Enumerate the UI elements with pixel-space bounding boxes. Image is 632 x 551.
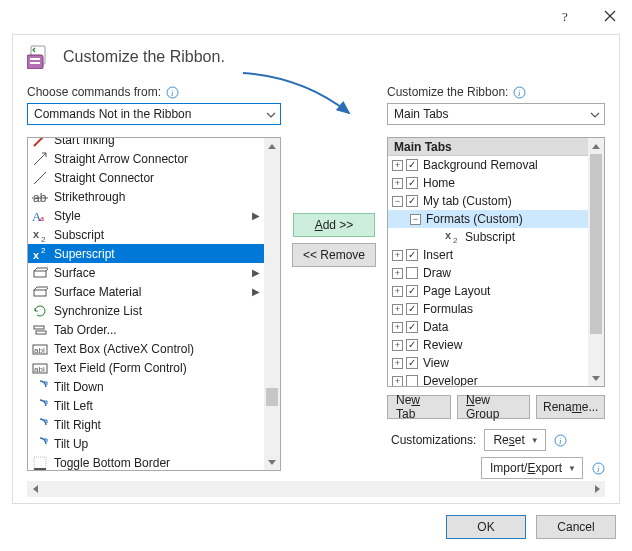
checkbox[interactable] <box>406 339 418 351</box>
new-tab-button[interactable]: New Tab <box>387 395 451 419</box>
tree-node[interactable]: +Data <box>388 318 588 336</box>
command-item[interactable]: Tilt Up <box>28 434 264 453</box>
expand-icon[interactable]: + <box>392 358 403 369</box>
expand-icon[interactable]: + <box>392 340 403 351</box>
add-button[interactable]: Add >> <box>293 213 375 237</box>
tree-node[interactable]: +Review <box>388 336 588 354</box>
tree-node[interactable]: +View <box>388 354 588 372</box>
command-item[interactable]: Synchronize List <box>28 301 264 320</box>
horizontal-scrollbar[interactable] <box>27 481 605 497</box>
help-button[interactable]: ? <box>544 2 588 30</box>
tree-node[interactable]: x2Subscript <box>388 228 588 246</box>
command-item[interactable]: AaStyle▶ <box>28 206 264 225</box>
command-label: Toggle Bottom Border <box>54 456 170 470</box>
checkbox[interactable] <box>406 375 418 386</box>
expand-icon[interactable]: + <box>392 178 403 189</box>
info-icon[interactable]: i <box>512 85 526 99</box>
command-item[interactable]: Start Inking <box>28 138 264 149</box>
tree-node[interactable]: −My tab (Custom) <box>388 192 588 210</box>
checkbox[interactable] <box>406 303 418 315</box>
checkbox[interactable] <box>406 249 418 261</box>
tree-node[interactable]: +Formulas <box>388 300 588 318</box>
scroll-right-icon[interactable] <box>589 481 605 497</box>
command-item[interactable]: Tilt Left <box>28 396 264 415</box>
scroll-down-icon[interactable] <box>588 370 604 386</box>
abl-icon: abl <box>32 341 48 357</box>
command-item[interactable]: Toggle Bottom Border <box>28 453 264 470</box>
command-item[interactable]: Straight Connector <box>28 168 264 187</box>
commands-scrollbar[interactable] <box>264 138 280 470</box>
expand-icon[interactable]: + <box>392 304 403 315</box>
expand-icon[interactable]: + <box>392 250 403 261</box>
tree-node[interactable]: −Formats (Custom) <box>388 210 588 228</box>
svg-rect-4 <box>30 62 40 64</box>
command-item[interactable]: Tilt Right <box>28 415 264 434</box>
tree-node-label: Data <box>423 320 448 334</box>
tree-node-label: Formulas <box>423 302 473 316</box>
info-icon[interactable]: i <box>591 461 605 475</box>
ribbon-customize-icon <box>27 45 55 69</box>
checkbox[interactable] <box>406 159 418 171</box>
tree-node[interactable]: +Draw <box>388 264 588 282</box>
expand-icon[interactable]: + <box>392 286 403 297</box>
command-item[interactable]: x2Superscript <box>28 244 264 263</box>
command-item[interactable]: Tab Order... <box>28 320 264 339</box>
svg-text:a: a <box>40 213 44 223</box>
expand-icon[interactable]: + <box>392 268 403 279</box>
tree-node[interactable]: +Developer <box>388 372 588 386</box>
close-button[interactable] <box>588 2 632 30</box>
info-icon[interactable]: i <box>554 433 568 447</box>
scroll-left-icon[interactable] <box>27 481 43 497</box>
command-item[interactable]: x2Subscript <box>28 225 264 244</box>
sup-icon: x2 <box>32 246 48 262</box>
command-label: Tilt Right <box>54 418 101 432</box>
checkbox[interactable] <box>406 177 418 189</box>
command-item[interactable]: abStrikethrough <box>28 187 264 206</box>
reset-dropdown[interactable]: Reset▼ <box>484 429 545 451</box>
rename-button[interactable]: Rename... <box>536 395 605 419</box>
scrollbar-thumb[interactable] <box>266 388 278 406</box>
command-item[interactable]: Surface Material▶ <box>28 282 264 301</box>
info-icon[interactable]: i <box>165 85 179 99</box>
collapse-icon[interactable]: − <box>410 214 421 225</box>
remove-button[interactable]: << Remove <box>292 243 376 267</box>
customize-ribbon-select[interactable]: Main Tabs <box>387 103 605 125</box>
choose-commands-value: Commands Not in the Ribbon <box>34 107 191 121</box>
choose-commands-select[interactable]: Commands Not in the Ribbon <box>27 103 281 125</box>
expand-icon[interactable]: + <box>392 160 403 171</box>
import-export-dropdown[interactable]: Import/Export▼ <box>481 457 583 479</box>
command-item[interactable]: ablText Field (Form Control) <box>28 358 264 377</box>
command-label: Tilt Left <box>54 399 93 413</box>
expand-icon[interactable]: + <box>392 376 403 387</box>
command-label: Tilt Up <box>54 437 88 451</box>
checkbox[interactable] <box>406 357 418 369</box>
command-item[interactable]: ablText Box (ActiveX Control) <box>28 339 264 358</box>
scroll-up-icon[interactable] <box>588 138 604 154</box>
tilt-icon <box>32 379 48 395</box>
new-group-button[interactable]: New Group <box>457 395 530 419</box>
commands-listbox[interactable]: Start InkingStraight Arrow ConnectorStra… <box>27 137 281 471</box>
expand-icon[interactable]: + <box>392 322 403 333</box>
tree-node[interactable]: +Page Layout <box>388 282 588 300</box>
scroll-down-icon[interactable] <box>264 454 280 470</box>
command-item[interactable]: Surface▶ <box>28 263 264 282</box>
scroll-up-icon[interactable] <box>264 138 280 154</box>
command-item[interactable]: Straight Arrow Connector <box>28 149 264 168</box>
command-item[interactable]: Tilt Down <box>28 377 264 396</box>
ok-button[interactable]: OK <box>446 515 526 539</box>
tree-scrollbar[interactable] <box>588 138 604 386</box>
tree-node-label: Background Removal <box>423 158 538 172</box>
ribbon-tree[interactable]: Main Tabs +Background Removal+Home−My ta… <box>387 137 605 387</box>
checkbox[interactable] <box>406 267 418 279</box>
checkbox[interactable] <box>406 285 418 297</box>
chevron-down-icon <box>266 107 276 121</box>
checkbox[interactable] <box>406 195 418 207</box>
scrollbar-thumb[interactable] <box>590 154 602 334</box>
tree-node[interactable]: +Background Removal <box>388 156 588 174</box>
collapse-icon[interactable]: − <box>392 196 403 207</box>
command-label: Tab Order... <box>54 323 117 337</box>
checkbox[interactable] <box>406 321 418 333</box>
tree-node[interactable]: +Home <box>388 174 588 192</box>
cancel-button[interactable]: Cancel <box>536 515 616 539</box>
tree-node[interactable]: +Insert <box>388 246 588 264</box>
